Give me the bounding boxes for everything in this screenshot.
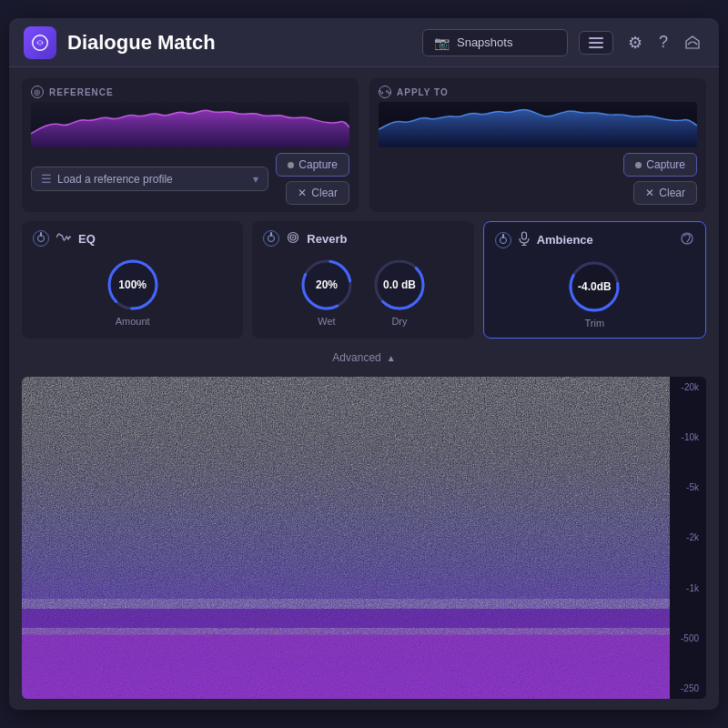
advanced-label: Advanced — [332, 351, 380, 364]
reference-controls: Capture ✕ Clear — [276, 153, 349, 205]
reverb-module-header: Reverb — [263, 230, 462, 247]
audio-panels: ◎ REFERENCE — [22, 78, 706, 212]
svg-point-1 — [38, 40, 43, 45]
reverb-icon — [287, 231, 299, 247]
ambience-title: Ambience — [537, 233, 593, 247]
reverb-knobs: 20% Wet 0.0 dB Dry — [263, 258, 462, 327]
hamburger-button[interactable] — [579, 31, 613, 55]
reverb-dry-knob-container: 0.0 dB Dry — [372, 258, 427, 327]
reference-waveform — [31, 102, 349, 147]
eq-knobs: 100% Amount — [33, 258, 232, 327]
ambience-power-icon — [500, 237, 507, 244]
apply-waveform — [379, 102, 697, 147]
reverb-wet-label: Wet — [318, 316, 335, 327]
ambience-knobs: -4.0dB Trim — [495, 259, 694, 329]
capture-dot-2 — [635, 162, 642, 168]
reverb-title: Reverb — [307, 232, 347, 246]
app-logo — [24, 26, 56, 59]
reference-panel: ◎ REFERENCE — [22, 78, 359, 212]
apply-controls: Capture ✕ Clear — [623, 153, 697, 205]
reverb-dry-knob[interactable]: 0.0 dB — [372, 258, 427, 312]
eq-title: EQ — [78, 232, 96, 246]
eq-power-icon — [37, 235, 45, 242]
reference-label: ◎ REFERENCE — [31, 86, 349, 98]
advanced-arrow-icon: ▲ — [387, 353, 396, 363]
spectrogram-visual — [22, 377, 670, 699]
ambience-mic-icon — [519, 231, 530, 248]
eq-amount-knob-container: 100% Amount — [106, 258, 160, 327]
freq-label-10k: -10k — [681, 432, 699, 442]
ambience-trim-knob-container: -4.0dB Trim — [567, 259, 622, 329]
reference-icon: ◎ — [31, 86, 44, 98]
svg-rect-17 — [521, 232, 526, 239]
svg-point-21 — [686, 243, 688, 245]
menu-icon: ☰ — [41, 172, 52, 186]
eq-wave-icon — [56, 231, 71, 246]
app-title: Dialogue Match — [67, 31, 411, 55]
snapshots-label: Snapshots — [457, 35, 512, 49]
svg-point-10 — [292, 237, 294, 238]
svg-rect-4 — [589, 46, 603, 48]
reference-dropdown[interactable]: ☰ Load a reference profile ▾ — [31, 167, 268, 191]
eq-module: EQ 100% Amount — [22, 221, 243, 339]
reverb-power-icon — [268, 235, 275, 242]
settings-button[interactable]: ⚙ — [624, 29, 646, 56]
freq-label-250: -250 — [681, 683, 699, 693]
spectrogram: -20k -10k -5k -2k -1k -500 -250 — [22, 377, 706, 699]
apply-to-panel-bottom: Capture ✕ Clear — [379, 153, 697, 205]
apply-clear-button[interactable]: ✕ Clear — [633, 181, 697, 205]
reverb-wet-knob[interactable]: 20% — [299, 258, 354, 312]
ambience-module: Ambience — [483, 221, 706, 339]
help-button[interactable]: ? — [655, 29, 672, 56]
freq-label-500: -500 — [681, 633, 699, 643]
reverb-dry-value: 0.0 dB — [383, 278, 416, 291]
apply-icon: ∿∿ — [379, 86, 391, 98]
header-actions: ⚙ ? — [624, 29, 704, 56]
ambience-module-header: Ambience — [495, 231, 694, 248]
freq-label-5k: -5k — [681, 482, 699, 492]
ambience-listen-icon[interactable] — [680, 231, 694, 248]
capture-dot — [288, 162, 294, 168]
modules-row: EQ 100% Amount — [22, 221, 706, 339]
eq-amount-knob[interactable]: 100% — [106, 258, 160, 312]
eq-module-header: EQ — [33, 230, 232, 247]
chevron-down-icon: ▾ — [253, 173, 258, 186]
frequency-labels: -20k -10k -5k -2k -1k -500 -250 — [681, 377, 699, 699]
reference-dropdown-text: Load a reference profile — [57, 173, 173, 186]
svg-rect-2 — [589, 37, 603, 39]
svg-rect-28 — [22, 634, 670, 699]
clear-x-icon: ✕ — [298, 187, 307, 199]
iztope-icon-button[interactable] — [681, 31, 704, 55]
apply-to-label: ∿∿ APPLY TO — [379, 86, 697, 98]
ambience-trim-value: -4.0dB — [578, 280, 612, 293]
reverb-wet-knob-container: 20% Wet — [299, 258, 354, 327]
freq-label-1k: -1k — [681, 583, 699, 593]
apply-capture-button[interactable]: Capture — [623, 153, 697, 177]
reverb-power-button[interactable] — [263, 230, 279, 247]
eq-amount-label: Amount — [116, 316, 150, 327]
eq-amount-value: 100% — [118, 278, 147, 291]
snapshots-dropdown[interactable]: 📷 Snapshots — [422, 29, 568, 56]
advanced-bar[interactable]: Advanced ▲ — [22, 348, 706, 368]
clear-x-icon-2: ✕ — [645, 187, 654, 199]
ambience-power-button[interactable] — [495, 232, 511, 248]
reference-panel-bottom: ☰ Load a reference profile ▾ Capture ✕ C… — [31, 153, 349, 205]
main-content: ◎ REFERENCE — [9, 67, 719, 710]
app-header: Dialogue Match 📷 Snapshots ⚙ ? — [9, 18, 719, 67]
freq-label-20k: -20k — [681, 382, 699, 392]
ambience-trim-knob[interactable]: -4.0dB — [567, 259, 622, 314]
eq-power-button[interactable] — [33, 230, 49, 247]
reference-capture-button[interactable]: Capture — [276, 153, 349, 177]
reverb-dry-label: Dry — [391, 316, 407, 327]
ambience-trim-label: Trim — [585, 318, 605, 329]
reverb-module: Reverb 20% Wet — [252, 221, 473, 339]
apply-to-panel: ∿∿ APPLY TO — [369, 78, 706, 212]
reverb-wet-value: 20% — [316, 278, 338, 291]
camera-icon: 📷 — [434, 35, 450, 50]
freq-label-2k: -2k — [681, 532, 699, 542]
reference-clear-button[interactable]: ✕ Clear — [286, 181, 349, 205]
svg-rect-3 — [589, 42, 603, 44]
